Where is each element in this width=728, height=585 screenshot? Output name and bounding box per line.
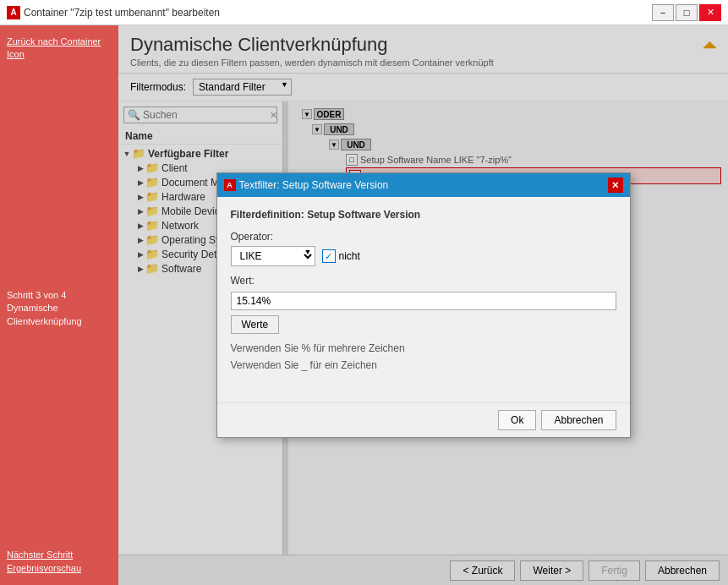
modal-ok-button[interactable]: Ok xyxy=(498,410,536,430)
modal-close-button[interactable]: ✕ xyxy=(608,178,623,193)
app-icon: A xyxy=(7,6,20,19)
back-to-container-link[interactable]: Zurück nach Container Icon xyxy=(7,36,112,62)
nicht-checkbox-label: ✓ nicht xyxy=(322,249,360,263)
hint2: Verwenden Sie _ für ein Zeichen xyxy=(231,358,616,374)
modal-overlay: A Textfilter: Setup Software Version ✕ F… xyxy=(118,25,728,585)
maximize-button[interactable]: □ xyxy=(676,4,698,21)
close-button[interactable]: ✕ xyxy=(699,4,721,21)
modal-body: Filterdefinition: Setup Software Version… xyxy=(217,197,630,385)
window-controls: − □ ✕ xyxy=(652,4,721,21)
modal-section-title: Filterdefinition: Setup Software Version xyxy=(231,209,616,221)
window-title: Container "7zip test umbenannt" bearbeit… xyxy=(24,7,220,19)
step-indicator: Schritt 3 von 4 Dynamische Clientverknüp… xyxy=(7,289,112,328)
hint1: Verwenden Sie % für mehrere Zeichen xyxy=(231,341,616,357)
operator-label: Operator: xyxy=(231,231,616,243)
title-bar: A Container "7zip test umbenannt" bearbe… xyxy=(0,0,728,25)
operator-select[interactable]: LIKE = != xyxy=(231,246,315,266)
nicht-text: nicht xyxy=(339,250,360,262)
hint-section: Verwenden Sie % für mehrere Zeichen Verw… xyxy=(231,341,616,373)
operator-row: Operator: LIKE = != ✓ xyxy=(231,231,616,266)
content-area: Dynamische Clientverknüpfung Clients, di… xyxy=(118,25,728,585)
modal-title: Textfilter: Setup Software Version xyxy=(239,179,389,191)
modal-title-bar: A Textfilter: Setup Software Version ✕ xyxy=(217,173,630,197)
modal-app-icon: A xyxy=(224,179,236,191)
modal-cancel-button[interactable]: Abbrechen xyxy=(541,410,616,430)
next-step-link[interactable]: Nächster Schritt Ergebnisvorschau xyxy=(7,549,112,575)
wert-row: Wert: Werte xyxy=(231,275,616,334)
nicht-checkbox[interactable]: ✓ xyxy=(322,249,336,263)
werte-button[interactable]: Werte xyxy=(231,315,280,334)
textfilter-modal: A Textfilter: Setup Software Version ✕ F… xyxy=(216,172,631,437)
wert-input[interactable] xyxy=(231,292,616,310)
main-container: Zurück nach Container Icon Schritt 3 von… xyxy=(0,25,728,585)
modal-footer: Ok Abbrechen xyxy=(217,402,630,437)
minimize-button[interactable]: − xyxy=(652,4,674,21)
wert-label: Wert: xyxy=(231,275,616,287)
sidebar: Zurück nach Container Icon Schritt 3 von… xyxy=(0,25,118,585)
